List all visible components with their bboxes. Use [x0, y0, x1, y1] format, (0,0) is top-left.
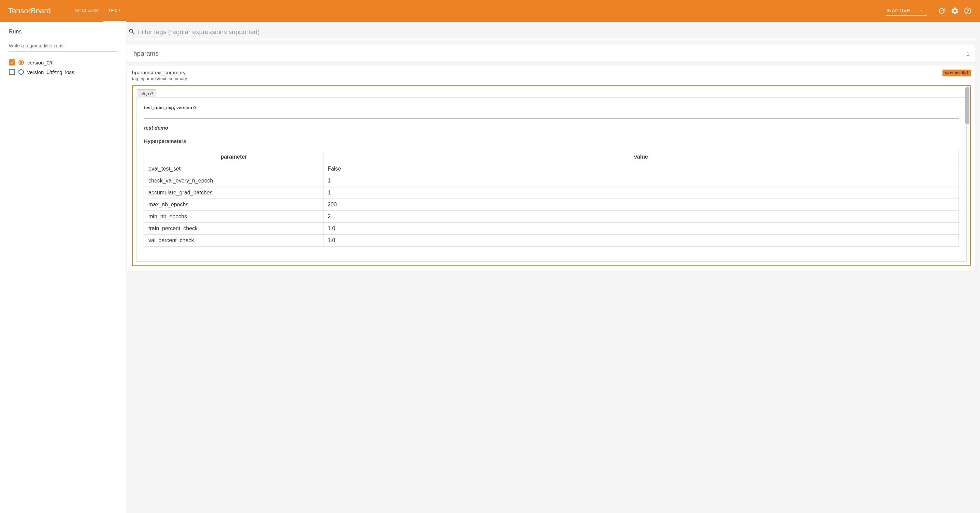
table-row: val_percent_check1.0 — [144, 235, 959, 246]
divider — [144, 118, 959, 119]
runs-filter-input[interactable] — [9, 41, 118, 51]
gear-icon[interactable] — [951, 7, 959, 15]
cell-param: check_val_every_n_epoch — [144, 175, 323, 187]
cell-param: max_nb_epochs — [144, 199, 323, 211]
checkbox-icon[interactable] — [9, 59, 15, 65]
tab-label: TEXT — [108, 8, 121, 13]
table-row: accumulate_grad_batches1 — [144, 187, 959, 199]
search-icon — [128, 28, 138, 36]
cell-value: 2 — [323, 211, 959, 223]
run-item[interactable]: version_0/tf/tng_loss — [9, 67, 118, 77]
run-label: version_0/tf — [27, 60, 54, 65]
cell-param: accumulate_grad_batches — [144, 187, 323, 199]
table-row: check_val_every_n_epoch1 — [144, 175, 959, 187]
tab-scalars[interactable]: SCALARS — [70, 0, 103, 22]
run-item[interactable]: version_0/tf — [9, 58, 118, 67]
run-list: version_0/tf version_0/tf/tng_loss — [9, 58, 118, 77]
tab-label: SCALARS — [75, 8, 99, 13]
run-badge: version_0/tf — [942, 70, 971, 76]
scrollbar-thumb[interactable] — [965, 87, 969, 124]
cell-param: eval_test_set — [144, 163, 323, 175]
radio-icon[interactable] — [18, 60, 24, 65]
run-label: version_0/tf/tng_loss — [27, 69, 75, 75]
text-content-card: test_tube_exp, version 0 test demo Hyper… — [136, 97, 967, 262]
table-row: max_nb_epochs200 — [144, 199, 959, 211]
inactive-select-label: INACTIVE — [886, 8, 910, 13]
table-header-row: parameter value — [144, 151, 959, 163]
header-tabs: SCALARS TEXT — [70, 0, 126, 22]
text-dashboard-card: hparams/text_summary tag: hparams/text_s… — [127, 66, 976, 272]
tag-group-header[interactable]: hparams 1 — [127, 44, 976, 62]
text-frame: step 0 test_tube_exp, version 0 test dem… — [132, 85, 971, 266]
cell-value: 200 — [323, 199, 959, 211]
radio-icon[interactable] — [18, 69, 24, 75]
col-header-param: parameter — [144, 151, 323, 163]
reload-icon[interactable] — [938, 7, 946, 15]
cell-param: val_percent_check — [144, 235, 323, 246]
tag-filter-row — [126, 27, 976, 39]
experiment-label: test_tube_exp, version 0 — [144, 105, 959, 110]
card-subtitle: tag: hparams/text_summary — [132, 76, 187, 81]
brand-title: TensorBoard — [8, 6, 51, 15]
cell-value: 1 — [323, 175, 959, 187]
inactive-plugins-select[interactable]: INACTIVE — [886, 6, 927, 16]
group-name: hparams — [134, 50, 159, 57]
tab-text[interactable]: TEXT — [103, 0, 126, 22]
help-icon[interactable] — [964, 7, 972, 15]
cell-value: 1.0 — [323, 235, 959, 246]
group-count: 1 — [967, 51, 969, 57]
body: Runs version_0/tf version_0/tf/tng_loss — [0, 22, 980, 513]
table-row: eval_test_setFalse — [144, 163, 959, 175]
hparams-table: parameter value eval_test_setFalsecheck_… — [144, 151, 959, 246]
hparams-heading: Hyperparameters — [144, 138, 959, 144]
main-content: hparams 1 hparams/text_summary tag: hpar… — [126, 22, 980, 513]
cell-value: False — [323, 163, 959, 175]
checkbox-icon[interactable] — [9, 69, 15, 75]
cell-param: min_nb_epochs — [144, 211, 323, 223]
cell-value: 1.0 — [323, 223, 959, 235]
table-row: train_percent_check1.0 — [144, 223, 959, 235]
col-header-value: value — [323, 151, 959, 163]
card-title: hparams/text_summary — [132, 70, 187, 75]
demo-title: test demo — [144, 125, 959, 131]
sidebar-title: Runs — [9, 29, 118, 35]
tag-filter-input[interactable] — [138, 28, 974, 36]
app-header: TensorBoard SCALARS TEXT INACTIVE — [0, 0, 980, 22]
cell-value: 1 — [323, 187, 959, 199]
chevron-down-icon — [920, 8, 924, 13]
step-tab[interactable]: step 0 — [137, 89, 156, 98]
cell-param: train_percent_check — [144, 223, 323, 235]
table-row: min_nb_epochs2 — [144, 211, 959, 223]
sidebar: Runs version_0/tf version_0/tf/tng_loss — [0, 22, 126, 513]
